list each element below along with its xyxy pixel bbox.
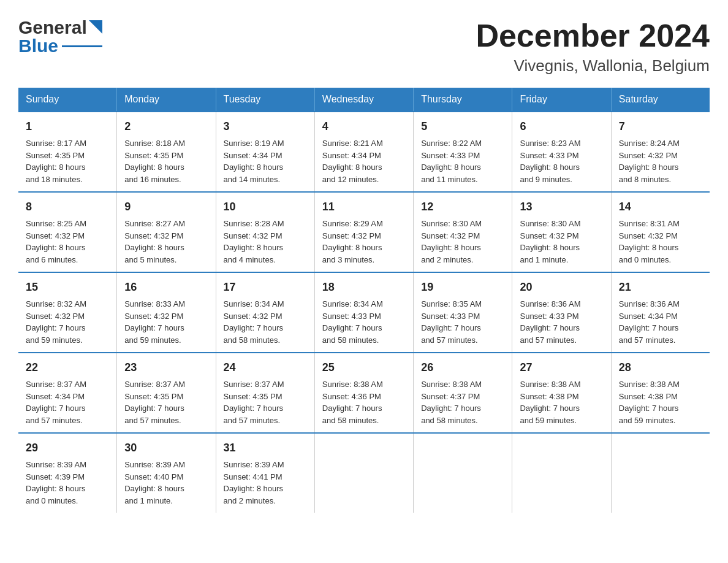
daylight-text: Daylight: 7 hours	[124, 402, 208, 415]
sunset-text: Sunset: 4:38 PM	[619, 391, 702, 403]
sunset-text: Sunset: 4:35 PM	[224, 391, 307, 403]
calendar-cell: 12Sunrise: 8:30 AMSunset: 4:32 PMDayligh…	[414, 192, 512, 272]
day-info: Sunrise: 8:32 AMSunset: 4:32 PMDaylight:…	[26, 298, 109, 346]
sunrise-text: Sunrise: 8:30 AM	[520, 218, 603, 230]
sunrise-text: Sunrise: 8:38 AM	[619, 378, 702, 391]
day-info: Sunrise: 8:38 AMSunset: 4:38 PMDaylight:…	[619, 378, 702, 426]
calendar-header-thursday: Thursday	[414, 88, 512, 112]
calendar-cell	[512, 433, 611, 513]
calendar-week-3: 15Sunrise: 8:32 AMSunset: 4:32 PMDayligh…	[18, 272, 710, 353]
daylight-minutes-text: and 57 minutes.	[421, 334, 504, 347]
sunset-text: Sunset: 4:34 PM	[619, 310, 702, 323]
daylight-minutes-text: and 58 minutes.	[322, 334, 406, 347]
calendar-cell: 7Sunrise: 8:24 AMSunset: 4:32 PMDaylight…	[611, 112, 710, 192]
sunset-text: Sunset: 4:36 PM	[322, 391, 406, 403]
daylight-text: Daylight: 7 hours	[520, 402, 603, 415]
daylight-text: Daylight: 8 hours	[26, 161, 109, 174]
calendar-cell: 8Sunrise: 8:25 AMSunset: 4:32 PMDaylight…	[18, 192, 117, 272]
sunset-text: Sunset: 4:32 PM	[124, 310, 208, 323]
day-info: Sunrise: 8:19 AMSunset: 4:34 PMDaylight:…	[224, 137, 307, 185]
daylight-text: Daylight: 8 hours	[520, 161, 603, 174]
day-info: Sunrise: 8:21 AMSunset: 4:34 PMDaylight:…	[322, 137, 406, 185]
daylight-minutes-text: and 9 minutes.	[520, 174, 603, 186]
sunrise-text: Sunrise: 8:34 AM	[224, 298, 307, 310]
day-info: Sunrise: 8:39 AMSunset: 4:41 PMDaylight:…	[224, 459, 307, 507]
calendar-header-tuesday: Tuesday	[216, 88, 314, 112]
day-number: 21	[619, 279, 702, 296]
sunrise-text: Sunrise: 8:30 AM	[421, 218, 504, 230]
sunrise-text: Sunrise: 8:29 AM	[322, 218, 406, 230]
day-number: 1	[26, 118, 109, 135]
calendar-week-5: 29Sunrise: 8:39 AMSunset: 4:39 PMDayligh…	[18, 433, 710, 513]
page-title: December 2024	[476, 18, 710, 53]
day-info: Sunrise: 8:39 AMSunset: 4:39 PMDaylight:…	[26, 459, 109, 507]
day-info: Sunrise: 8:34 AMSunset: 4:33 PMDaylight:…	[322, 298, 406, 346]
day-number: 28	[619, 359, 702, 376]
calendar-cell: 26Sunrise: 8:38 AMSunset: 4:37 PMDayligh…	[414, 353, 512, 433]
day-info: Sunrise: 8:35 AMSunset: 4:33 PMDaylight:…	[421, 298, 504, 346]
day-number: 2	[124, 118, 208, 135]
day-number: 6	[520, 118, 603, 135]
daylight-minutes-text: and 57 minutes.	[124, 415, 208, 427]
day-info: Sunrise: 8:37 AMSunset: 4:35 PMDaylight:…	[224, 378, 307, 426]
calendar-header-monday: Monday	[117, 88, 216, 112]
daylight-text: Daylight: 8 hours	[421, 242, 504, 254]
day-info: Sunrise: 8:38 AMSunset: 4:36 PMDaylight:…	[322, 378, 406, 426]
daylight-text: Daylight: 8 hours	[619, 161, 702, 174]
daylight-minutes-text: and 8 minutes.	[619, 174, 702, 186]
day-info: Sunrise: 8:25 AMSunset: 4:32 PMDaylight:…	[26, 218, 109, 266]
calendar-header-sunday: Sunday	[18, 88, 117, 112]
sunrise-text: Sunrise: 8:37 AM	[224, 378, 307, 391]
day-number: 19	[421, 279, 504, 296]
sunrise-text: Sunrise: 8:25 AM	[26, 218, 109, 230]
day-info: Sunrise: 8:24 AMSunset: 4:32 PMDaylight:…	[619, 137, 702, 185]
logo-general-text: General	[18, 18, 87, 37]
day-number: 24	[224, 359, 307, 376]
calendar-cell: 23Sunrise: 8:37 AMSunset: 4:35 PMDayligh…	[117, 353, 216, 433]
sunset-text: Sunset: 4:32 PM	[26, 310, 109, 323]
sunrise-text: Sunrise: 8:37 AM	[26, 378, 109, 391]
sunset-text: Sunset: 4:34 PM	[224, 150, 307, 162]
sunset-text: Sunset: 4:32 PM	[619, 150, 702, 162]
sunset-text: Sunset: 4:37 PM	[421, 391, 504, 403]
calendar-header-saturday: Saturday	[611, 88, 710, 112]
sunset-text: Sunset: 4:35 PM	[124, 150, 208, 162]
calendar-cell: 25Sunrise: 8:38 AMSunset: 4:36 PMDayligh…	[314, 353, 413, 433]
calendar-week-4: 22Sunrise: 8:37 AMSunset: 4:34 PMDayligh…	[18, 353, 710, 433]
calendar-table: SundayMondayTuesdayWednesdayThursdayFrid…	[18, 88, 710, 513]
calendar-cell: 31Sunrise: 8:39 AMSunset: 4:41 PMDayligh…	[216, 433, 314, 513]
calendar-cell: 22Sunrise: 8:37 AMSunset: 4:34 PMDayligh…	[18, 353, 117, 433]
calendar-cell: 2Sunrise: 8:18 AMSunset: 4:35 PMDaylight…	[117, 112, 216, 192]
daylight-minutes-text: and 11 minutes.	[421, 174, 504, 186]
day-number: 9	[124, 199, 208, 215]
sunset-text: Sunset: 4:35 PM	[26, 150, 109, 162]
daylight-minutes-text: and 5 minutes.	[124, 254, 208, 266]
day-number: 11	[322, 199, 406, 215]
day-number: 29	[26, 440, 109, 456]
title-section: December 2024 Vivegnis, Wallonia, Belgiu…	[476, 18, 710, 75]
sunrise-text: Sunrise: 8:36 AM	[520, 298, 603, 310]
sunrise-text: Sunrise: 8:27 AM	[124, 218, 208, 230]
daylight-text: Daylight: 8 hours	[124, 242, 208, 254]
daylight-text: Daylight: 7 hours	[619, 322, 702, 334]
sunset-text: Sunset: 4:34 PM	[26, 391, 109, 403]
sunrise-text: Sunrise: 8:38 AM	[322, 378, 406, 391]
day-info: Sunrise: 8:30 AMSunset: 4:32 PMDaylight:…	[520, 218, 603, 266]
calendar-cell: 20Sunrise: 8:36 AMSunset: 4:33 PMDayligh…	[512, 272, 611, 353]
sunrise-text: Sunrise: 8:37 AM	[124, 378, 208, 391]
day-number: 25	[322, 359, 406, 376]
daylight-minutes-text: and 6 minutes.	[26, 254, 109, 266]
calendar-cell: 30Sunrise: 8:39 AMSunset: 4:40 PMDayligh…	[117, 433, 216, 513]
sunset-text: Sunset: 4:33 PM	[520, 150, 603, 162]
sunrise-text: Sunrise: 8:39 AM	[124, 459, 208, 471]
day-info: Sunrise: 8:39 AMSunset: 4:40 PMDaylight:…	[124, 459, 208, 507]
logo-arrow-icon	[89, 20, 102, 34]
calendar-cell: 18Sunrise: 8:34 AMSunset: 4:33 PMDayligh…	[314, 272, 413, 353]
daylight-text: Daylight: 8 hours	[26, 242, 109, 254]
day-number: 30	[124, 440, 208, 456]
daylight-minutes-text: and 58 minutes.	[224, 334, 307, 347]
daylight-minutes-text: and 58 minutes.	[322, 415, 406, 427]
daylight-minutes-text: and 0 minutes.	[619, 254, 702, 266]
calendar-week-1: 1Sunrise: 8:17 AMSunset: 4:35 PMDaylight…	[18, 112, 710, 192]
sunrise-text: Sunrise: 8:32 AM	[26, 298, 109, 310]
